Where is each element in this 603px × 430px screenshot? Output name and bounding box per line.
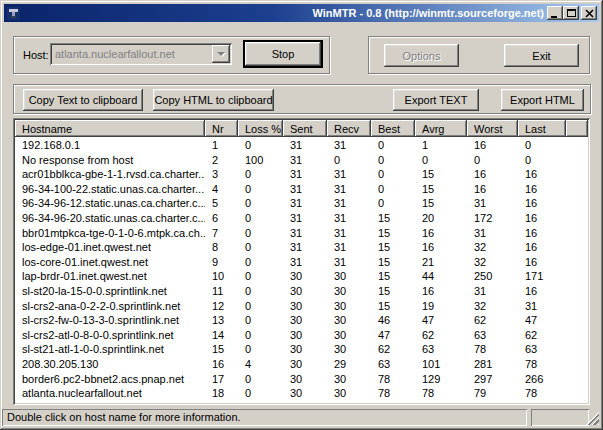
cell-loss: 0 [238, 299, 283, 314]
copy-html-button[interactable]: Copy HTML to clipboard [153, 89, 274, 111]
table-row[interactable]: sl-st20-la-15-0-0.sprintlink.net11030301… [15, 284, 588, 299]
cell-last: 0 [518, 138, 566, 153]
cell-worst: 250 [467, 269, 518, 284]
cell-avrg: 21 [415, 255, 467, 270]
cell-last: 78 [518, 386, 566, 401]
title-bar[interactable]: WinMTR - 0.8 (http://winmtr.sourceforge.… [4, 4, 599, 22]
cell-sent: 31 [283, 196, 327, 211]
column-header-avrg[interactable]: Avrg [415, 120, 467, 137]
cell-sent: 31 [283, 138, 327, 153]
cell-last: 16 [518, 211, 566, 226]
column-header-loss[interactable]: Loss % [238, 120, 283, 137]
column-header-nr[interactable]: Nr [205, 120, 238, 137]
cell-sent: 31 [283, 255, 327, 270]
cell-avrg: 47 [415, 313, 467, 328]
cell-nr: 8 [205, 240, 238, 255]
cell-recv: 31 [327, 138, 371, 153]
cell-best: 0 [371, 167, 415, 182]
cell-sent: 31 [283, 240, 327, 255]
cell-hostname: 208.30.205.130 [15, 357, 205, 372]
table-row[interactable]: 208.30.205.13016430296310128178 [15, 357, 588, 372]
table-row[interactable]: border6.pc2-bbnet2.acs.pnap.net170303078… [15, 372, 588, 387]
cell-hostname: border6.pc2-bbnet2.acs.pnap.net [15, 372, 205, 387]
table-row[interactable]: los-core-01.inet.qwest.net90313115213216 [15, 255, 588, 270]
maximize-button[interactable] [563, 6, 579, 20]
host-label: Host: [23, 49, 49, 61]
column-header-hostname[interactable]: Hostname [15, 120, 205, 137]
cell-worst: 31 [467, 226, 518, 241]
column-header-worst[interactable]: Worst [467, 120, 518, 137]
cell-loss: 0 [238, 328, 283, 343]
app-icon[interactable] [7, 7, 20, 20]
cell-worst: 297 [467, 372, 518, 387]
cell-nr: 10 [205, 269, 238, 284]
table-row[interactable]: 96-34-100-22.static.unas.ca.charter....4… [15, 182, 588, 197]
cell-recv: 30 [327, 386, 371, 401]
copy-text-button[interactable]: Copy Text to clipboard [23, 89, 143, 111]
host-value: atlanta.nuclearfallout.net [50, 48, 232, 60]
combo-dropdown-button[interactable] [212, 45, 230, 63]
host-group: Host: atlanta.nuclearfallout.net Stop [13, 36, 330, 74]
stop-button[interactable]: Stop [243, 40, 323, 68]
cell-hostname: sl-st21-atl-1-0-0.sprintlink.net [15, 342, 205, 357]
column-header-sent[interactable]: Sent [283, 120, 327, 137]
exit-button[interactable]: Exit [504, 44, 579, 67]
cell-best: 0 [371, 182, 415, 197]
cell-recv: 31 [327, 182, 371, 197]
cell-nr: 14 [205, 328, 238, 343]
table-row[interactable]: atlanta.nuclearfallout.net18030307878797… [15, 386, 588, 401]
cell-recv: 30 [327, 313, 371, 328]
cell-last: 16 [518, 226, 566, 241]
cell-best: 0 [371, 153, 415, 168]
cell-loss: 0 [238, 255, 283, 270]
table-row[interactable]: sl-st21-atl-1-0-0.sprintlink.net15030306… [15, 342, 588, 357]
table-row[interactable]: 96-34-96-20.static.unas.ca.charter.c...6… [15, 211, 588, 226]
table-row[interactable]: sl-crs2-fw-0-13-3-0.sprintlink.net130303… [15, 313, 588, 328]
copy-export-group: Copy Text to clipboard Copy HTML to clip… [13, 84, 591, 114]
table-row[interactable]: lap-brdr-01.inet.qwest.net10030301544250… [15, 269, 588, 284]
host-combobox[interactable]: atlanta.nuclearfallout.net [50, 43, 232, 65]
cell-worst: 62 [467, 313, 518, 328]
cell-hostname: atlanta.nuclearfallout.net [15, 386, 205, 401]
cell-recv: 31 [327, 167, 371, 182]
cell-recv: 29 [327, 357, 371, 372]
cell-last: 16 [518, 167, 566, 182]
cell-recv: 31 [327, 255, 371, 270]
cell-nr: 2 [205, 153, 238, 168]
cell-loss: 0 [238, 269, 283, 284]
column-header-recv[interactable]: Recv [327, 120, 371, 137]
cell-avrg: 16 [415, 284, 467, 299]
close-button[interactable] [581, 6, 597, 20]
minimize-button[interactable] [547, 6, 563, 20]
cell-best: 0 [371, 196, 415, 211]
cell-hostname: No response from host [15, 153, 205, 168]
options-button[interactable]: Options [384, 44, 459, 67]
column-header-best[interactable]: Best [371, 120, 415, 137]
cell-last: 16 [518, 255, 566, 270]
column-header-last[interactable]: Last [518, 120, 566, 137]
cell-avrg: 19 [415, 299, 467, 314]
table-row[interactable]: 96-34-96-12.static.unas.ca.charter.c...5… [15, 196, 588, 211]
export-text-button[interactable]: Export TEXT [393, 89, 479, 111]
cell-nr: 3 [205, 167, 238, 182]
cell-avrg: 16 [415, 240, 467, 255]
table-row[interactable]: bbr01mtpkca-tge-0-1-0-6.mtpk.ca.ch...703… [15, 226, 588, 241]
export-html-button[interactable]: Export HTML [501, 89, 584, 111]
table-row[interactable]: acr01bblkca-gbe-1-1.rvsd.ca.charter....3… [15, 167, 588, 182]
table-row[interactable]: sl-crs2-ana-0-2-2-0.sprintlink.net120303… [15, 299, 588, 314]
cell-last: 31 [518, 299, 566, 314]
table-row[interactable]: 192.168.0.110313101160 [15, 138, 588, 153]
cell-worst: 172 [467, 211, 518, 226]
cell-sent: 30 [283, 372, 327, 387]
table-row[interactable]: sl-crs2-atl-0-8-0-0.sprintlink.net140303… [15, 328, 588, 343]
cell-avrg: 129 [415, 372, 467, 387]
cell-sent: 30 [283, 269, 327, 284]
cell-best: 15 [371, 255, 415, 270]
cell-nr: 11 [205, 284, 238, 299]
table-row[interactable]: No response from host21003100000 [15, 153, 588, 168]
cell-avrg: 15 [415, 167, 467, 182]
cell-worst: 32 [467, 255, 518, 270]
cell-loss: 0 [238, 211, 283, 226]
table-row[interactable]: los-edge-01.inet.qwest.net80313115163216 [15, 240, 588, 255]
cell-loss: 0 [238, 182, 283, 197]
